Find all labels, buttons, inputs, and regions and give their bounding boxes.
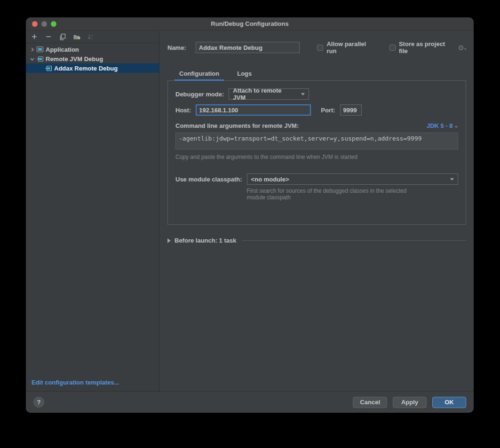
dialog-footer: ? Cancel Apply OK [26,391,474,413]
new-folder-icon[interactable] [73,33,80,40]
window-title: Run/Debug Configurations [211,20,288,27]
chevron-down-icon: ⌄ [454,123,458,128]
configuration-tab-panel: Debugger mode: Attach to remote JVM Host… [167,80,466,225]
port-label: Port: [321,107,335,114]
tree-item-label: Application [46,46,79,53]
gear-icon[interactable]: ⚙▾ [458,44,466,51]
module-classpath-select[interactable]: <no module> [247,173,458,185]
close-window-icon[interactable] [32,21,38,27]
host-port-row: Host: Port: [175,104,458,116]
before-launch-section[interactable]: Before launch: 1 task [167,237,466,244]
store-as-project-file-checkbox[interactable]: Store as project file ⚙▾ [389,40,466,55]
minimize-window-icon [41,21,47,27]
configurations-tree: Application Remote JVM Debug [26,43,159,373]
host-label: Host: [175,107,191,114]
chevron-right-icon[interactable] [30,47,35,52]
host-input[interactable] [196,104,311,116]
checkbox-icon[interactable] [389,45,396,51]
module-classpath-hint: First search for sources of the debugged… [247,188,412,201]
remote-jvm-debug-icon [36,55,44,63]
cmdline-hint: Copy and paste the arguments to the comm… [175,154,458,160]
before-launch-label: Before launch: 1 task [175,237,237,244]
dropdown-arrow-icon [450,178,454,181]
title-bar: Run/Debug Configurations [26,17,474,31]
tab-bar: Configuration Logs [167,70,466,80]
tab-configuration[interactable]: Configuration [175,70,224,80]
module-classpath-label: Use module classpath: [175,176,242,183]
allow-parallel-run-label: Allow parallel run [326,40,377,55]
debugger-mode-label: Debugger mode: [175,91,224,98]
jdk-version-label: JDK 5 - 8 [427,122,453,129]
edit-configuration-templates-link[interactable]: Edit configuration templates... [32,379,119,386]
debugger-mode-row: Debugger mode: Attach to remote JVM [175,88,458,100]
svg-text:a: a [91,34,93,37]
tab-logs[interactable]: Logs [232,70,256,80]
sidebar-toolbar: a z [26,31,159,43]
module-classpath-value: <no module> [251,176,289,183]
add-icon[interactable] [31,33,38,40]
checkbox-icon[interactable] [317,45,323,51]
tree-item-label: Remote JVM Debug [46,55,103,63]
port-input[interactable] [340,104,362,116]
zoom-window-icon[interactable] [51,21,56,27]
configuration-editor: Name: Allow parallel run Store as projec… [159,31,474,391]
debugger-mode-select[interactable]: Attach to remote JVM [229,88,309,100]
name-row: Name: Allow parallel run Store as projec… [167,40,466,55]
cmdline-arguments-field[interactable]: -agentlib:jdwp=transport=dt_socket,serve… [175,133,458,149]
sort-alphabetically-icon: a z [87,33,95,40]
configurations-sidebar: a z Application [26,31,159,391]
application-run-config-icon [36,46,44,53]
remote-jvm-debug-icon [45,64,52,72]
name-label: Name: [167,44,186,51]
module-classpath-row: Use module classpath: <no module> First … [175,173,458,201]
store-as-project-file-label: Store as project file [399,40,455,55]
run-debug-configurations-dialog: Run/Debug Configurations [26,17,474,413]
jdk-version-selector[interactable]: JDK 5 - 8 ⌄ [427,122,458,129]
copy-icon[interactable] [59,33,66,40]
apply-button[interactable]: Apply [393,397,427,408]
cancel-button[interactable]: Cancel [353,397,387,408]
disclosure-triangle-icon[interactable] [167,238,171,243]
cmdline-label: Command line arguments for remote JVM: [175,122,299,129]
dropdown-arrow-icon [301,93,305,95]
debugger-mode-value: Attach to remote JVM [233,87,295,101]
allow-parallel-run-checkbox[interactable]: Allow parallel run [317,40,377,55]
name-input[interactable] [196,42,300,53]
tree-item-label: Addax Remote Debug [54,65,118,72]
tree-item-application[interactable]: Application [26,45,159,54]
tree-item-addax-remote-debug[interactable]: Addax Remote Debug [26,63,159,73]
divider [242,240,467,241]
tree-item-remote-jvm-debug[interactable]: Remote JVM Debug [26,54,159,63]
cmdline-label-row: Command line arguments for remote JVM: J… [175,122,458,129]
ok-button[interactable]: OK [432,397,466,408]
svg-text:z: z [91,37,93,40]
remove-icon[interactable] [45,33,52,40]
chevron-down-icon[interactable] [30,56,35,62]
help-button[interactable]: ? [33,397,44,408]
